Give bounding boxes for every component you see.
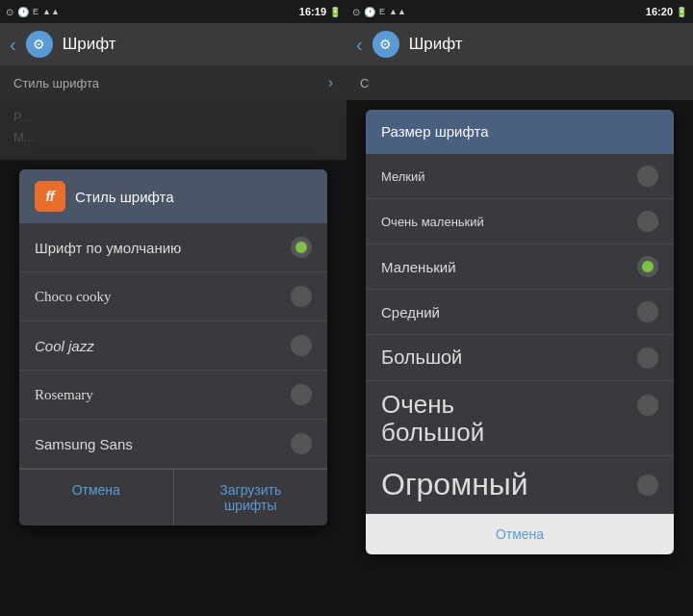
left-download-button[interactable]: Загрузить шрифты <box>174 470 328 526</box>
right-status-bar: ⊙ 🕐 E ▲▲ 16:20 🔋 <box>346 0 693 23</box>
size-dialog-title-text: Размер шрифта <box>381 123 489 140</box>
size-small-label: Маленький <box>381 259 456 275</box>
size-xlarge-label: Оченьбольшой <box>381 391 484 446</box>
size-small-radio <box>637 256 658 277</box>
left-cancel-button[interactable]: Отмена <box>19 470 174 526</box>
size-item-xlarge[interactable]: Оченьбольшой <box>366 381 674 456</box>
right-back-icon[interactable]: ‹ <box>356 34 363 56</box>
left-bg-item2: М... <box>13 130 333 144</box>
e-icon: E <box>33 7 38 16</box>
size-item-very-small[interactable]: Очень маленький <box>366 199 674 244</box>
font-samsung-radio <box>291 433 312 454</box>
right-sub-header: С <box>346 65 693 100</box>
font-default-label: Шрифт по умолчанию <box>35 240 181 256</box>
left-title: Шрифт <box>63 35 116 54</box>
size-xlarge-radio <box>637 395 658 416</box>
left-dialog-title-text: Стиль шрифта <box>75 189 174 205</box>
left-bg-item1: Р... <box>13 110 333 124</box>
font-item-cool[interactable]: Cool jazz <box>19 321 327 371</box>
font-default-radio <box>291 237 312 258</box>
size-large-radio <box>637 347 658 369</box>
size-huge-label: Огромный <box>381 468 528 501</box>
left-sub-header-text: Стиль шрифта <box>13 76 99 90</box>
right-title-bar: ‹ ⚙ Шрифт <box>346 23 693 65</box>
right-e-icon: E <box>379 7 385 16</box>
font-item-rosemary[interactable]: Rosemary <box>19 371 327 420</box>
size-item-small[interactable]: Маленький <box>366 244 674 290</box>
left-dialog-title: ff Стиль шрифта <box>19 169 327 223</box>
font-choco-radio <box>291 286 312 307</box>
left-status-icons: ⊙ 🕐 E ▲▲ <box>6 7 60 17</box>
right-time: 16:20 <box>646 6 673 17</box>
font-cool-radio <box>291 335 312 356</box>
left-gear-icon: ⚙ <box>26 31 53 58</box>
font-samsung-label: Samsung Sans <box>35 436 133 452</box>
size-tiny-radio <box>637 166 658 187</box>
right-cancel-button[interactable]: Отмена <box>366 514 674 554</box>
size-item-large[interactable]: Большой <box>366 335 674 381</box>
left-status-bar: ⊙ 🕐 E ▲▲ 16:19 🔋 <box>0 0 346 23</box>
left-bg-content: Р... М... <box>0 100 346 160</box>
battery-icon: 🔋 <box>329 7 341 17</box>
font-item-samsung[interactable]: Samsung Sans <box>19 420 327 469</box>
left-panel: ⊙ 🕐 E ▲▲ 16:19 🔋 ‹ ⚙ Шрифт Стиль шрифта … <box>0 0 346 616</box>
left-time: 16:19 <box>299 6 326 17</box>
left-status-right: 16:19 🔋 <box>299 6 341 17</box>
font-item-choco[interactable]: Choco cooky <box>19 272 327 321</box>
size-medium-label: Средний <box>381 304 440 321</box>
right-status-right: 16:20 🔋 <box>646 6 687 17</box>
right-gear-icon: ⚙ <box>372 31 399 58</box>
size-item-medium[interactable]: Средний <box>366 290 674 335</box>
left-sub-header-arrow: › <box>328 74 333 91</box>
font-item-default[interactable]: Шрифт по умолчанию <box>19 223 327 272</box>
notification-icon: ⊙ <box>6 7 13 17</box>
right-notification-icon: ⊙ <box>352 7 360 17</box>
size-very-small-label: Очень маленький <box>381 215 484 229</box>
font-rosemary-radio <box>291 384 312 405</box>
right-dialog-overlay: Размер шрифта Мелкий Очень маленький Мал… <box>346 100 693 616</box>
right-battery-icon: 🔋 <box>676 7 687 17</box>
left-dialog-overlay: ff Стиль шрифта Шрифт по умолчанию Choco… <box>0 160 346 616</box>
right-sub-header-text: С <box>360 76 369 90</box>
left-back-icon[interactable]: ‹ <box>10 34 16 56</box>
size-medium-radio <box>637 301 658 322</box>
signal-icon: ▲▲ <box>42 7 60 16</box>
right-title: Шрифт <box>409 35 463 54</box>
size-very-small-radio <box>637 211 658 232</box>
font-rosemary-label: Rosemary <box>35 387 93 403</box>
right-status-icons: ⊙ 🕐 E ▲▲ <box>352 7 406 17</box>
size-tiny-label: Мелкий <box>381 169 425 184</box>
font-choco-label: Choco cooky <box>35 289 112 305</box>
right-clock-icon: 🕐 <box>364 7 375 17</box>
right-signal-icon: ▲▲ <box>389 7 406 16</box>
size-item-tiny[interactable]: Мелкий <box>366 154 674 199</box>
size-dialog-title: Размер шрифта <box>366 110 674 154</box>
font-cool-label: Cool jazz <box>35 338 94 354</box>
size-huge-radio <box>637 475 658 496</box>
left-title-bar: ‹ ⚙ Шрифт <box>0 23 346 65</box>
left-dialog: ff Стиль шрифта Шрифт по умолчанию Choco… <box>19 169 327 526</box>
size-item-huge[interactable]: Огромный <box>366 456 674 514</box>
right-panel: ⊙ 🕐 E ▲▲ 16:20 🔋 ‹ ⚙ Шрифт С Размер шриф… <box>346 0 693 616</box>
left-dialog-buttons: Отмена Загрузить шрифты <box>19 469 327 526</box>
size-large-label: Большой <box>381 346 462 369</box>
left-sub-header: Стиль шрифта › <box>0 65 346 100</box>
clock-icon: 🕐 <box>17 7 29 17</box>
ff-icon: ff <box>35 181 65 212</box>
right-size-dialog: Размер шрифта Мелкий Очень маленький Мал… <box>366 110 674 554</box>
